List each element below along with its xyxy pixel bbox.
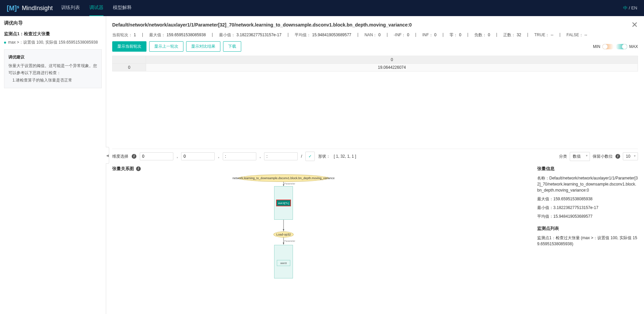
lang-zh[interactable]: 中: [623, 5, 628, 10]
table-corner: [113, 56, 146, 64]
tensor-path: Default/network/network/auxlayer1/1/Para…: [112, 22, 412, 28]
show-current-button[interactable]: 显示当前轮次: [112, 41, 146, 52]
watchpoint-item-text: max >：设置值 100, 实际值 159.65951538085938: [8, 40, 98, 45]
stat-true: TRUE：--: [534, 32, 553, 38]
stat-false: FALSE：--: [566, 32, 587, 38]
info-max: 最大值：159.65951538085938: [537, 196, 638, 202]
nav-tab-model-explain[interactable]: 模型解释: [113, 0, 132, 16]
header-left: [M]ˢ MindInsight 训练列表 调试器 模型解释: [7, 0, 132, 16]
info-icon[interactable]: i: [615, 154, 620, 159]
category-label: 分类: [559, 154, 567, 159]
tensor-graph-area: 张量关系图 i network.learning_to_downsample.d…: [112, 166, 530, 282]
info-title: 张量信息: [537, 166, 638, 172]
advice-box: 调优建议 张量大于设置的阈值。这可能是一个异常现象。您可以参考以下思路进行检查：…: [4, 49, 102, 88]
logo: [M]ˢ MindInsight: [7, 4, 53, 12]
stat-zero: 零：0: [449, 32, 461, 38]
graph-node-slot-bot[interactable]: slot:0: [277, 260, 290, 266]
graph-node-parameter[interactable]: network.learning_to_downsample.dsconv1.b…: [238, 174, 329, 182]
tensor-info-panel: 张量信息 名称：Default/network/network/auxlayer…: [537, 166, 638, 282]
stat-avg: 平均值：15.948419053689577: [295, 32, 351, 38]
min-toggle[interactable]: [602, 44, 614, 49]
stat-min: 最小值：3.182236277513157e-17: [219, 32, 282, 38]
dim-input-0[interactable]: [140, 152, 173, 160]
language-switcher[interactable]: 中 / EN: [623, 5, 637, 11]
watchpoint-item[interactable]: max >：设置值 100, 实际值 159.65951538085938: [4, 40, 102, 45]
svg-marker-3: [283, 229, 284, 231]
stats-row: 当前轮次：1 | 最大值：159.65951538085938 | 最小值：3.…: [112, 32, 638, 38]
sidebar: 调优向导 监测点1：检查过大张量 max >：设置值 100, 实际值 159.…: [0, 16, 106, 314]
stat-max: 最大值：159.65951538085938: [149, 32, 206, 38]
content-area: Default/network/network/auxlayer1/1/Para…: [106, 16, 644, 314]
table-cell: 19.0644226074: [146, 64, 638, 71]
min-label: MIN: [593, 44, 600, 49]
advice-title: 调优建议: [8, 54, 97, 61]
stat-nan: NAN：0: [364, 32, 381, 38]
decimal-select[interactable]: 10: [623, 152, 638, 160]
advice-text: 张量大于设置的阈值。这可能是一个异常现象。您可以参考以下思路进行检查：: [8, 62, 97, 77]
lang-en[interactable]: EN: [631, 5, 637, 10]
info-name: 名称：Default/network/network/auxlayer1/1/P…: [537, 175, 638, 193]
info-icon[interactable]: i: [136, 166, 141, 171]
app-header: [M]ˢ MindInsight 训练列表 调试器 模型解释 中 / EN: [0, 0, 644, 16]
status-dot-icon: [4, 42, 6, 44]
info-avg: 平均值：15.948419053689577: [537, 213, 638, 219]
svg-marker-5: [283, 243, 284, 245]
graph-title: 张量关系图 i: [112, 166, 530, 172]
bottom-area: 张量关系图 i network.learning_to_downsample.d…: [112, 166, 638, 282]
watchpoint-title: 监测点1：检查过大张量: [4, 31, 102, 37]
logo-text: MindInsight: [22, 5, 53, 12]
nav-tab-training-list[interactable]: 训练列表: [61, 0, 80, 16]
main-area: 调优向导 监测点1：检查过大张量 max >：设置值 100, 实际值 159.…: [0, 16, 644, 314]
table-row: 0 19.0644226074: [113, 64, 638, 71]
max-toggle[interactable]: [616, 44, 627, 49]
graph-node-slot-tl[interactable]: slot:0[TL]: [276, 200, 291, 206]
minmax-toggle: MIN MAX: [593, 44, 638, 49]
category-select[interactable]: 数值: [570, 152, 590, 161]
nav-tab-debugger[interactable]: 调试器: [89, 0, 103, 16]
graph-canvas[interactable]: network.learning_to_downsample.dsconv1.b…: [112, 174, 530, 282]
confirm-dim-button[interactable]: ✓: [305, 152, 315, 161]
graph-edge-label: Parameter: [284, 182, 295, 185]
table-col-header: 0: [146, 56, 638, 64]
dim-input-1[interactable]: [181, 152, 215, 160]
path-row: Default/network/network/auxlayer1/1/Para…: [112, 20, 638, 30]
nav-tabs: 训练列表 调试器 模型解释: [61, 0, 132, 16]
max-label: MAX: [629, 44, 638, 49]
stat-pos: 正数：32: [503, 32, 521, 38]
advice-step: 1.请检查算子的输入张量是否正常: [8, 77, 97, 84]
shape-label: 形状：: [318, 154, 330, 159]
graph-node-load-op[interactable]: Load-op32: [273, 231, 294, 238]
tensor-data-table: 0 0 19.0644226074: [112, 56, 638, 71]
show-diff-button[interactable]: 显示对比结果: [186, 41, 220, 52]
stat-ninf: -INF：0: [394, 32, 409, 38]
shape-value: [ 1, 32, 1, 1 ]: [334, 154, 356, 159]
watchpoint-list-title: 监测点列表: [537, 225, 638, 231]
close-icon[interactable]: ✕: [631, 20, 638, 30]
show-previous-button[interactable]: 显示上一轮次: [149, 41, 183, 52]
download-button[interactable]: 下载: [223, 41, 241, 52]
dim-input-3[interactable]: [264, 152, 298, 160]
logo-icon: [M]ˢ: [7, 4, 19, 12]
sidebar-collapse-handle[interactable]: ◀: [106, 147, 109, 164]
dim-label: 维度选择: [112, 154, 128, 159]
sidebar-title: 调优向导: [4, 20, 102, 26]
graph-edge-label: Parameter: [284, 240, 295, 242]
button-row: 显示当前轮次 显示上一轮次 显示对比结果 下载 MIN MAX: [112, 41, 638, 52]
watchpoint-list-item: 监测点1：检查过大张量 (max >：设置值 100, 实际值 159.6595…: [537, 235, 638, 247]
stat-neg: 负数：0: [474, 32, 490, 38]
info-icon[interactable]: i: [132, 154, 136, 159]
stat-round: 当前轮次：1: [112, 32, 136, 38]
table-row-header: 0: [113, 64, 146, 71]
dimension-controls: 维度选择 i , , , / ✓ 形状： [ 1, 32, 1, 1 ] 分类 …: [112, 149, 638, 161]
dim-input-2[interactable]: [223, 152, 256, 160]
decimal-label: 保留小数位: [593, 154, 613, 159]
info-min: 最小值：3.182236277513157e-17: [537, 205, 638, 211]
stat-inf: INF：0: [422, 32, 436, 38]
